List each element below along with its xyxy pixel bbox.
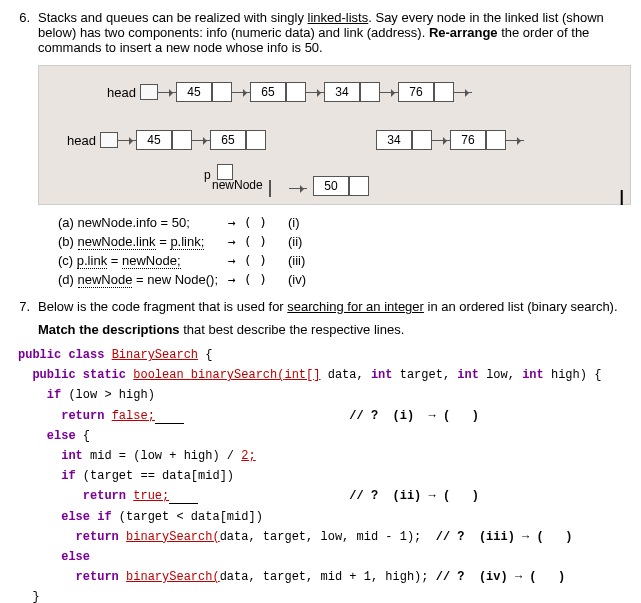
arrow bbox=[232, 92, 250, 93]
q7-number: 7. bbox=[10, 299, 30, 337]
code-line-3: if if (low > high)(low > high) bbox=[18, 387, 631, 403]
head-label-1: head bbox=[107, 85, 136, 100]
q7-bold: Match the descriptions bbox=[38, 322, 180, 337]
match-slot-ii[interactable]: // ? (ii) → ( ) bbox=[349, 489, 479, 503]
arrow bbox=[158, 92, 176, 93]
code-line-5: else { bbox=[18, 428, 631, 444]
arrow-slot[interactable]: → ( ) bbox=[228, 253, 288, 268]
arrow-slot[interactable]: → ( ) bbox=[228, 234, 288, 249]
arrow-slot[interactable]: → ( ) bbox=[228, 215, 288, 230]
code-block: public class BinarySearch { public stati… bbox=[18, 347, 631, 603]
match-slot-i[interactable]: // ? (i) → ( ) bbox=[349, 409, 479, 423]
node-50: 50 bbox=[313, 176, 369, 196]
head-label-2: head bbox=[67, 133, 96, 148]
code-line-8: return true; // ? (ii) → ( ) bbox=[18, 488, 631, 504]
node-45-a: 45 bbox=[176, 82, 232, 102]
head-box-1 bbox=[140, 84, 158, 100]
q7-text-c: that best describe the respective lines. bbox=[180, 322, 405, 337]
q6-opt-a: (a) newNode.info = 50; → ( ) (i) bbox=[58, 213, 631, 232]
code-line-2: public static boolean binarySearch(int[]… bbox=[18, 367, 631, 383]
arrow bbox=[118, 140, 136, 141]
arrow bbox=[454, 92, 472, 93]
node-65-a: 65 bbox=[250, 82, 306, 102]
newnode-label: newNode bbox=[212, 178, 263, 192]
q6-bold: Re-arrange bbox=[429, 25, 498, 40]
arrow bbox=[380, 92, 398, 93]
question-6: 6. Stacks and queues can be realized wit… bbox=[10, 10, 631, 289]
code-line-12: return binarySearch(data, target, mid + … bbox=[18, 569, 631, 585]
q6-number: 6. bbox=[10, 10, 30, 289]
node-34-b: 34 bbox=[376, 130, 432, 150]
text-cursor: | bbox=[620, 188, 624, 206]
node-45-b: 45 bbox=[136, 130, 192, 150]
newnode-box bbox=[269, 181, 271, 196]
q7-text-b: in an ordered list (binary search). bbox=[424, 299, 618, 314]
code-line-9: else if (target < data[mid]) bbox=[18, 509, 631, 525]
node-76-a: 76 bbox=[398, 82, 454, 102]
p-label: p bbox=[204, 168, 211, 182]
linked-list-diagram: head 45 65 34 76 head 45 65 34 bbox=[38, 65, 631, 205]
code-line-13: } bbox=[18, 589, 631, 603]
q6-opt-d: (d) newNode = new Node(); → ( ) (iv) bbox=[58, 270, 631, 289]
code-line-11: else bbox=[18, 549, 631, 565]
q6-link: linked-lists bbox=[308, 10, 369, 25]
q6-opt-c: (c) p.link = newNode; → ( ) (iii) bbox=[58, 251, 631, 270]
arrow bbox=[289, 188, 307, 189]
node-65-b: 65 bbox=[210, 130, 266, 150]
q7-text-a: Below is the code fragment that is used … bbox=[38, 299, 287, 314]
code-line-4: return false; // ? (i) → ( ) bbox=[18, 408, 631, 424]
q7-body: Below is the code fragment that is used … bbox=[38, 299, 631, 337]
arrow bbox=[432, 140, 450, 141]
node-76-b: 76 bbox=[450, 130, 506, 150]
q6-opt-b: (b) newNode.link = p.link; → ( ) (ii) bbox=[58, 232, 631, 251]
code-line-10: return binarySearch(data, target, low, m… bbox=[18, 529, 631, 545]
q6-body: Stacks and queues can be realized with s… bbox=[38, 10, 631, 289]
node-34-a: 34 bbox=[324, 82, 380, 102]
match-slot-iv[interactable]: // ? (iv) → ( ) bbox=[436, 570, 566, 584]
match-slot-iii[interactable]: // ? (iii) → ( ) bbox=[436, 530, 573, 544]
q6-text-a: Stacks and queues can be realized with s… bbox=[38, 10, 308, 25]
arrow bbox=[506, 140, 524, 141]
head-box-2 bbox=[100, 132, 118, 148]
code-line-6: int int mid = (low + high) / mid = (low … bbox=[18, 448, 631, 464]
arrow bbox=[192, 140, 210, 141]
code-line-1: public class BinarySearch { bbox=[18, 347, 631, 363]
arrow bbox=[306, 92, 324, 93]
q6-options: (a) newNode.info = 50; → ( ) (i) (b) new… bbox=[58, 213, 631, 289]
question-7: 7. Below is the code fragment that is us… bbox=[10, 299, 631, 337]
code-line-7: if (target == data[mid]) bbox=[18, 468, 631, 484]
arrow-slot[interactable]: → ( ) bbox=[228, 272, 288, 287]
q7-link: searching for an integer bbox=[287, 299, 424, 314]
